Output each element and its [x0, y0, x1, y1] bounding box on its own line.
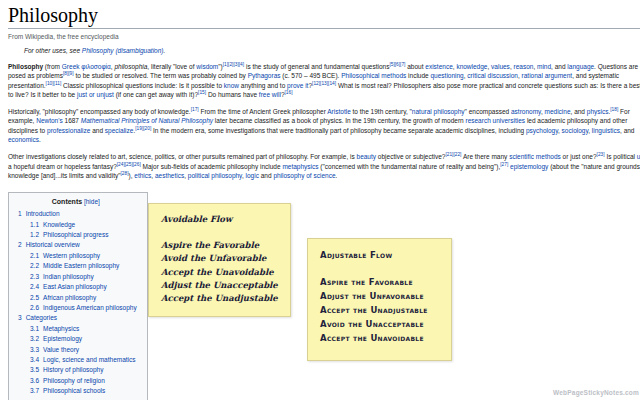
inline-link[interactable]: philosophy of science — [273, 172, 335, 179]
toc-item[interactable]: 3Categories — [15, 313, 137, 323]
inline-link[interactable]: ethics — [134, 172, 151, 179]
toc-item-label: Value theory — [43, 346, 79, 353]
inline-link[interactable]: existence — [425, 63, 452, 70]
inline-link[interactable]: linguistics — [592, 127, 620, 134]
reference-sup[interactable]: [17] — [191, 107, 199, 112]
text-segment: (from — [43, 63, 62, 70]
text-segment: later became classified as a book of phy… — [213, 117, 465, 124]
text-segment: anything and to — [239, 82, 287, 89]
toc-item[interactable]: 1.1Knowledge — [15, 220, 137, 230]
toc-item[interactable]: 1.2Philosophical progress — [15, 230, 137, 240]
toc-item[interactable]: 2Historical overview — [15, 240, 137, 250]
toc-item-label: Philosophy of religion — [43, 377, 105, 384]
inline-link[interactable]: economics — [8, 136, 39, 143]
toc-item[interactable]: 2.5African philosophy — [15, 293, 137, 303]
inline-link[interactable]: sociology — [562, 127, 589, 134]
reference-sup[interactable]: [10][11] — [46, 80, 62, 85]
reference-sup[interactable]: [23] — [597, 152, 605, 157]
reference-sup[interactable]: [21][22] — [445, 152, 461, 157]
toc-item-number: 1 — [18, 210, 22, 217]
toc-item[interactable]: 1Introduction — [15, 209, 137, 219]
note-line: Adjust the Unacceptable — [161, 279, 286, 292]
sticky-note-adjustable-flow[interactable]: Adjustable Flow Aspire the FavorableAdju… — [307, 238, 452, 361]
inline-link[interactable]: astronomy — [511, 108, 541, 115]
toc-item-number: 3 — [18, 314, 22, 321]
toc-item[interactable]: 2.2Middle Eastern philosophy — [15, 261, 137, 271]
reference-sup[interactable]: [19][20] — [135, 126, 151, 131]
toc-item[interactable]: 2.1Western philosophy — [15, 251, 137, 261]
toc-item[interactable]: 3.5History of philosophy — [15, 365, 137, 375]
inline-link[interactable]: political philosophy — [188, 172, 242, 179]
reference-sup[interactable]: [24][25][26] — [117, 162, 141, 167]
note-body: Aspire the FavorableAvoid the Unfavorabl… — [161, 239, 286, 305]
inline-link[interactable]: physics — [587, 108, 609, 115]
inline-link[interactable]: logic — [246, 172, 259, 179]
text-segment: 1687 — [63, 117, 81, 124]
reference-sup[interactable]: [15] — [198, 90, 206, 95]
reference-sup[interactable]: [8][9] — [63, 71, 74, 76]
toc-item[interactable]: 3.2Epistemology — [15, 334, 137, 344]
reference-sup[interactable]: [16] — [285, 90, 293, 95]
inline-link[interactable]: φιλοσοφία — [81, 63, 110, 70]
paragraph-history: Historically, "philosophy" encompassed a… — [8, 107, 640, 144]
inline-link[interactable]: scientific methods — [509, 153, 561, 160]
toc-item[interactable]: 3.7Philosophical schools — [15, 386, 137, 396]
inline-link[interactable]: Mathematical Principles of Natural Philo… — [81, 117, 213, 124]
inline-link[interactable]: language — [567, 63, 594, 70]
inline-link[interactable]: Philosophy (disambiguation) — [82, 47, 164, 54]
inline-link[interactable]: rational argument — [522, 72, 573, 79]
toc-item[interactable]: 3.4Logic, science and mathematics — [15, 355, 137, 365]
inline-link[interactable]: Philosophical methods — [341, 72, 406, 79]
toc-item-number: 1.1 — [30, 221, 39, 228]
note-line: Accept the Unadjustable — [320, 303, 447, 317]
text-segment: Do humans have — [206, 91, 259, 98]
toc-header: Contents [hide] — [15, 198, 137, 205]
inline-link[interactable]: reason — [514, 63, 534, 70]
inline-link[interactable]: Pythagoras — [248, 72, 281, 79]
inline-link[interactable]: beauty — [357, 153, 377, 160]
toc-item[interactable]: 2.3Indian philosophy — [15, 272, 137, 282]
inline-link[interactable]: aesthetics — [155, 172, 184, 179]
text-segment: In the modern era, some investigations t… — [151, 127, 526, 134]
inline-link[interactable]: specialize — [105, 127, 134, 134]
inline-link[interactable]: just or unjust — [77, 91, 114, 98]
inline-link[interactable]: metaphysics — [282, 163, 318, 170]
toc-item[interactable]: 3.3Value theory — [15, 345, 137, 355]
inline-link[interactable]: mind — [537, 63, 551, 70]
inline-link[interactable]: Aristotle — [327, 108, 350, 115]
inline-link[interactable]: wisdom — [196, 63, 218, 70]
inline-link[interactable]: epistemology — [510, 163, 548, 170]
inline-link[interactable]: questioning — [430, 72, 463, 79]
text-segment: Is political — [605, 153, 637, 160]
inline-link[interactable]: research universities — [465, 117, 525, 124]
reference-sup[interactable]: [28] — [121, 171, 129, 176]
reference-sup[interactable]: [5][6][7] — [389, 62, 405, 67]
toc-item-label: African philosophy — [43, 294, 96, 301]
toc-item[interactable]: 2.6Indigenous American philosophy — [15, 303, 137, 313]
inline-link[interactable]: know — [224, 82, 239, 89]
toc-item[interactable]: 3.1Metaphysics — [15, 324, 137, 334]
toc-item-number: 2.6 — [30, 304, 39, 311]
inline-link[interactable]: values — [491, 63, 510, 70]
toc-item-number: 2.4 — [30, 283, 39, 290]
reference-sup[interactable]: [1][2][3][4] — [223, 62, 244, 67]
sticky-note-avoidable-flow[interactable]: Avoidable Flow Aspire the FavorableAvoid… — [148, 203, 291, 317]
inline-link[interactable]: prove it — [287, 82, 308, 89]
inline-link[interactable]: free will — [259, 91, 281, 98]
inline-link[interactable]: psychology — [526, 127, 558, 134]
inline-link[interactable]: professionalize — [47, 127, 90, 134]
toc-item-label: Indian philosophy — [43, 273, 94, 280]
inline-link[interactable]: critical discussion — [467, 72, 518, 79]
toc-item[interactable]: 2.4East Asian philosophy — [15, 282, 137, 292]
reference-sup[interactable]: [12][13][14] — [312, 80, 336, 85]
inline-link[interactable]: Greek — [62, 63, 80, 70]
text-segment: (if one can get away with it)? — [114, 91, 198, 98]
inline-link[interactable]: knowledge — [456, 63, 487, 70]
inline-link[interactable]: Newton's — [36, 117, 63, 124]
toc-hide-link[interactable]: [hide] — [84, 198, 100, 205]
toc-item[interactable]: 3.6Philosophy of religion — [15, 376, 137, 386]
inline-link[interactable]: medicine — [545, 108, 571, 115]
toc-item-label: East Asian philosophy — [43, 283, 107, 290]
inline-link[interactable]: natural philosophy — [412, 108, 465, 115]
text-segment: Historically, "philosophy" encompassed a… — [8, 108, 191, 115]
